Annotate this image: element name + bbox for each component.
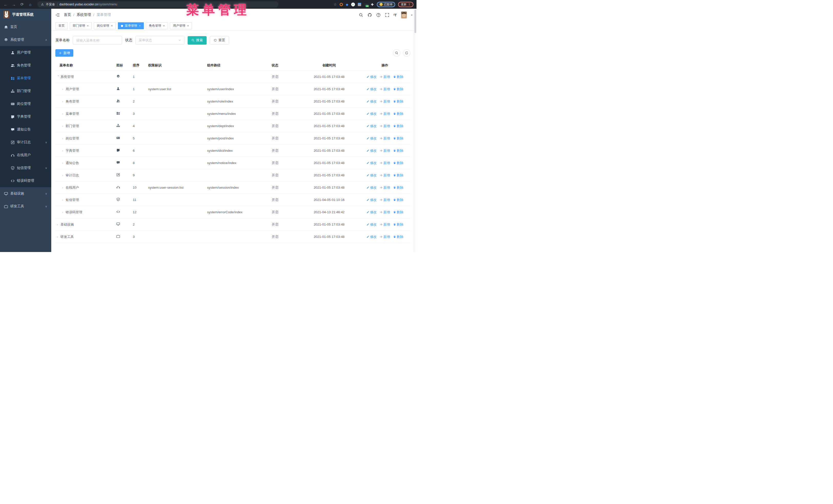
sidebar-item-系统管理[interactable]: 系统管理∧ (0, 33, 51, 46)
user-avatar[interactable] (401, 11, 407, 19)
add-link[interactable]: 新增 (380, 112, 390, 116)
edit-link[interactable]: 修改 (366, 99, 377, 104)
tab-部门管理[interactable]: 部门管理× (70, 22, 92, 29)
delete-link[interactable]: 删除 (393, 136, 403, 141)
delete-link[interactable]: 删除 (393, 235, 403, 239)
avatar-dropdown-caret-icon[interactable]: ▾ (411, 14, 412, 17)
add-link[interactable]: 新增 (380, 198, 390, 202)
address-bar[interactable]: ⚠ 不安全 dashboard.yudao.iocoder.cn/system/… (38, 1, 278, 7)
delete-link[interactable]: 删除 (393, 75, 403, 79)
update-button[interactable]: 更新 ⋮ (398, 2, 413, 7)
expand-arrow-icon[interactable]: › (57, 235, 61, 239)
extensions-puzzle-icon[interactable] (371, 3, 374, 6)
edit-link[interactable]: 修改 (366, 185, 377, 190)
add-link[interactable]: 新增 (380, 75, 390, 79)
add-link[interactable]: 新增 (380, 161, 390, 165)
edit-link[interactable]: 修改 (366, 112, 377, 116)
delete-link[interactable]: 删除 (393, 148, 403, 153)
extension-on-icon[interactable]: on (364, 3, 368, 6)
expand-arrow-icon[interactable]: › (57, 222, 61, 226)
scrollbar-thumb[interactable] (414, 9, 416, 33)
delete-link[interactable]: 删除 (393, 222, 403, 227)
expand-arrow-icon[interactable]: › (62, 136, 66, 140)
tab-角色管理[interactable]: 角色管理× (146, 22, 168, 29)
menu-name-input[interactable] (73, 36, 122, 45)
edit-link[interactable]: 修改 (366, 148, 377, 153)
tab-用户管理[interactable]: 用户管理× (170, 22, 192, 29)
add-link[interactable]: 新增 (380, 222, 390, 227)
bookmark-star-icon[interactable]: ☆ (333, 2, 337, 6)
tab-close-icon[interactable]: × (163, 24, 165, 28)
add-link[interactable]: 新增 (380, 136, 390, 141)
edit-link[interactable]: 修改 (366, 210, 377, 215)
sidebar-item-菜单管理[interactable]: 菜单管理 (0, 72, 51, 85)
status-select[interactable]: 菜单状态 (135, 36, 185, 45)
sidebar-item-基础设施[interactable]: 基础设施∨ (0, 187, 51, 200)
sidebar-item-部门管理[interactable]: 部门管理 (0, 85, 51, 97)
chrome-menu-dots-icon[interactable]: ⋮ (408, 3, 411, 6)
browser-forward-icon[interactable]: → (11, 2, 17, 7)
delete-link[interactable]: 删除 (393, 210, 403, 215)
expand-arrow-icon[interactable]: › (62, 99, 66, 103)
tab-close-icon[interactable]: × (111, 24, 113, 28)
tab-岗位管理[interactable]: 岗位管理× (94, 22, 116, 29)
profile-paused-pill[interactable]: 已暂停 (377, 2, 395, 7)
tab-close-icon[interactable]: × (139, 24, 141, 28)
expand-arrow-icon[interactable]: › (62, 149, 66, 152)
add-link[interactable]: 新增 (380, 124, 390, 128)
github-icon[interactable] (367, 13, 372, 17)
edit-link[interactable]: 修改 (366, 222, 377, 227)
sidebar-toggle-icon[interactable] (55, 13, 60, 17)
show-search-button[interactable] (393, 49, 400, 57)
extension-gem-icon[interactable]: ◆ (346, 3, 348, 6)
breadcrumb-item[interactable]: 系统管理 (77, 13, 91, 17)
fullscreen-icon[interactable] (385, 13, 389, 17)
edit-link[interactable]: 修改 (366, 198, 377, 202)
tab-首页[interactable]: 首页 (55, 22, 68, 29)
edit-link[interactable]: 修改 (366, 173, 377, 178)
edit-link[interactable]: 修改 (366, 235, 377, 239)
delete-link[interactable]: 删除 (393, 161, 403, 165)
edit-link[interactable]: 修改 (366, 136, 377, 141)
add-link[interactable]: 新增 (380, 173, 390, 178)
delete-link[interactable]: 删除 (393, 99, 403, 104)
edit-link[interactable]: 修改 (366, 124, 377, 128)
add-link[interactable]: 新增 (380, 185, 390, 190)
add-link[interactable]: 新增 (380, 99, 390, 104)
add-link[interactable]: 新增 (380, 210, 390, 215)
search-icon[interactable] (359, 13, 363, 17)
browser-reload-icon[interactable]: ⟳ (20, 2, 25, 7)
sidebar-item-审计日志[interactable]: 审计日志∨ (0, 136, 51, 149)
search-button[interactable]: 搜索 (188, 36, 207, 45)
font-size-icon[interactable]: ᵗT (394, 13, 397, 17)
extension-check-icon[interactable]: ✓ (351, 3, 355, 6)
edit-link[interactable]: 修改 (366, 87, 377, 92)
add-link[interactable]: 新增 (380, 148, 390, 153)
sidebar-item-岗位管理[interactable]: 岗位管理 (0, 97, 51, 110)
expand-arrow-icon[interactable]: › (62, 210, 66, 214)
breadcrumb-item[interactable]: 首页 (64, 13, 71, 17)
browser-back-icon[interactable]: ← (3, 2, 8, 7)
delete-link[interactable]: 删除 (393, 173, 403, 178)
delete-link[interactable]: 删除 (393, 185, 403, 190)
expand-arrow-icon[interactable]: › (62, 198, 66, 202)
help-icon[interactable] (376, 13, 381, 17)
delete-link[interactable]: 删除 (393, 112, 403, 116)
app-logo-row[interactable]: 芋道管理系统 (0, 9, 51, 21)
tab-close-icon[interactable]: × (87, 24, 89, 28)
add-link[interactable]: 新增 (380, 235, 390, 239)
sidebar-item-短信管理[interactable]: 短信管理∨ (0, 162, 51, 174)
expand-arrow-icon[interactable]: › (62, 124, 66, 128)
delete-link[interactable]: 删除 (393, 87, 403, 92)
tab-close-icon[interactable]: × (187, 24, 189, 28)
extension-donut-icon[interactable] (340, 3, 343, 6)
add-link[interactable]: 新增 (380, 87, 390, 92)
extension-tabs-icon[interactable] (358, 3, 361, 6)
browser-home-icon[interactable]: ⌂ (28, 2, 33, 7)
sidebar-item-在线用户[interactable]: 在线用户 (0, 149, 51, 162)
reset-button[interactable]: 重置 (210, 36, 229, 45)
sidebar-item-字典管理[interactable]: 字典管理 (0, 110, 51, 123)
add-button[interactable]: 新增 (55, 49, 73, 57)
expand-arrow-icon[interactable]: › (62, 87, 66, 91)
sidebar-item-错误码管理[interactable]: 错误码管理 (0, 174, 51, 187)
